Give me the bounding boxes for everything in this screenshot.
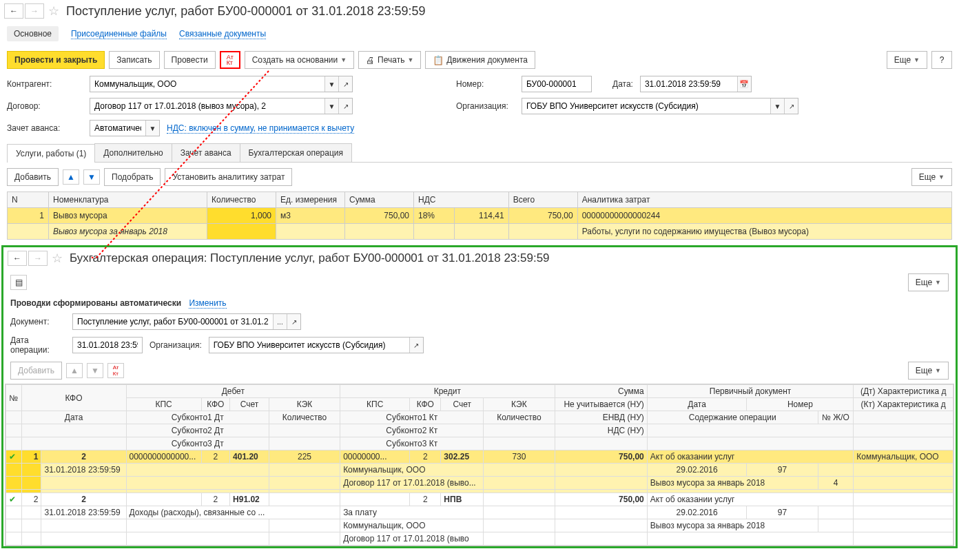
col-debit: Дебет	[126, 385, 340, 398]
posting-row[interactable]: 31.01.2018 23:59:59 Доходы (расходы), св…	[6, 506, 953, 519]
dateop-input[interactable]	[73, 338, 142, 353]
col-content: Содержание операции	[647, 411, 818, 424]
tab-attached-files[interactable]: Присоединенные файлы	[71, 29, 167, 39]
open-ref-icon[interactable]: ↗	[338, 76, 352, 92]
posting-row[interactable]: Договор 117 от 17.01.2018 (выво	[6, 532, 953, 546]
col-acc-k: Счет	[441, 398, 484, 411]
dropdown-icon[interactable]: ▼	[145, 121, 159, 136]
advance-input[interactable]	[90, 121, 145, 136]
set-analytics-button[interactable]: Установить аналитику затрат	[165, 168, 292, 186]
move-down-button-2: ▼	[87, 363, 103, 378]
advance-label: Зачет аванса:	[7, 123, 83, 133]
dropdown-icon[interactable]: ▼	[324, 98, 338, 114]
favorite-star-icon-2[interactable]: ☆	[49, 250, 65, 267]
open-ref-icon[interactable]: ↗	[784, 98, 798, 114]
dropdown-icon[interactable]: ▼	[770, 98, 784, 114]
posting-row[interactable]: 31.01.2018 23:59:59 Коммунальщик, ООО 29…	[6, 464, 953, 477]
counterparty-input[interactable]	[90, 76, 324, 92]
col-kek-d: КЭК	[269, 398, 340, 411]
col-total: Всего	[508, 192, 577, 208]
move-up-button[interactable]: ▲	[63, 169, 79, 185]
panel2-org-input[interactable]	[209, 338, 409, 353]
tab-services[interactable]: Услуги, работы (1)	[7, 144, 95, 163]
open-ref-icon[interactable]: ↗	[287, 314, 300, 329]
caret-down-icon: ▼	[935, 279, 941, 286]
postings-grid: № КФО Дебет Кредит Сумма Первичный докум…	[6, 384, 953, 546]
open-ref-icon[interactable]: ↗	[409, 338, 423, 353]
col-kfo-d: КФО	[201, 398, 229, 411]
tab-more-button[interactable]: Еще ▼	[911, 168, 952, 186]
col-unit: Ед. измерения	[276, 192, 345, 208]
movements-button[interactable]: Движения документа	[425, 51, 535, 69]
col-vat: НДС	[414, 192, 509, 208]
col-kek-k: КЭК	[484, 398, 555, 411]
col-sub1d: Субконто1 Дт	[126, 411, 269, 424]
change-link[interactable]: Изменить	[189, 298, 226, 309]
add-posting-button: Добавить	[10, 362, 62, 380]
col-envd: ЕНВД (НУ)	[555, 411, 647, 424]
dtkt-small-button[interactable]: АтКт	[107, 363, 124, 378]
printer-icon	[366, 55, 375, 65]
table-row[interactable]: Вывоз мусора за январь 2018 Работы, услу…	[8, 224, 952, 240]
vat-settings-link[interactable]: НДС: включен в сумму, не принимается к в…	[167, 123, 354, 134]
posting-row[interactable]: Договор 117 от 17.01.2018 (выво... Вывоз…	[6, 477, 953, 490]
posting-row[interactable]: Коммунальщик, ООО Вывоз мусора за январь…	[6, 519, 953, 532]
dtkt-button[interactable]: AтКт	[220, 51, 240, 69]
ellipsis-icon[interactable]: ...	[273, 314, 287, 329]
org-label: Организация:	[456, 101, 515, 111]
col-kps-d: КПС	[126, 398, 201, 411]
grid-more-button[interactable]: Еще ▼	[908, 362, 949, 380]
print-button[interactable]: Печать ▼	[358, 51, 421, 69]
check-icon: ✔	[6, 493, 22, 506]
col-sub3d: Субконто3 Дт	[126, 437, 269, 450]
post-button[interactable]: Провести	[164, 51, 216, 69]
tab-accounting[interactable]: Бухгалтерская операция	[240, 143, 352, 162]
table-row[interactable]: 1 Вывоз мусора 1,000 м3 750,00 18% 114,4…	[8, 208, 952, 224]
number-input[interactable]	[522, 76, 591, 92]
favorite-star-icon[interactable]: ☆	[45, 3, 62, 19]
date-input[interactable]	[641, 76, 737, 92]
dateop-label: Дата операции:	[10, 335, 65, 355]
more-button[interactable]: Еще ▼	[887, 51, 927, 69]
doc-input[interactable]	[73, 314, 273, 329]
col-n: N	[8, 192, 49, 208]
counterparty-label: Контрагент:	[7, 79, 83, 89]
caret-down-icon: ▼	[935, 367, 941, 374]
help-button[interactable]: ?	[931, 51, 952, 69]
posting-row[interactable]: ✔ 1 2 0000000000000... 2 401.20 225 0000…	[6, 450, 953, 464]
write-button[interactable]: Записать	[109, 51, 159, 69]
tab-main[interactable]: Основное	[7, 26, 59, 41]
caret-down-icon: ▼	[938, 174, 945, 180]
calendar-icon[interactable]	[737, 76, 751, 92]
col-qty-k: Количество	[484, 411, 555, 424]
tab-advance[interactable]: Зачет аванса	[172, 143, 240, 162]
nav-forward-button-2[interactable]: →	[28, 251, 48, 266]
auto-postings-label: Проводки сформированы автоматически	[10, 298, 181, 308]
nav-back-button-2[interactable]: ←	[8, 251, 27, 266]
org-input[interactable]	[522, 98, 770, 114]
post-and-close-button[interactable]: Провести и закрыть	[7, 51, 105, 69]
posting-row[interactable]: ✔ 2 2 2 Н91.02 2 НПВ 750,00 Акт об оказа…	[6, 493, 953, 506]
create-based-button[interactable]: Создать на основании ▼	[245, 51, 354, 69]
col-sub1k: Субконто1 Кт	[340, 411, 484, 424]
col-kps-k: КПС	[340, 398, 410, 411]
report-icon-button[interactable]: ▤	[10, 275, 27, 290]
dropdown-icon[interactable]: ▼	[324, 76, 338, 92]
tab-additional[interactable]: Дополнительно	[94, 143, 172, 162]
nav-forward-button[interactable]: →	[25, 3, 44, 19]
contract-input[interactable]	[90, 98, 324, 114]
tab-related-docs[interactable]: Связанные документы	[179, 29, 266, 39]
pick-button[interactable]: Подобрать	[104, 168, 161, 186]
col-no: №	[6, 385, 22, 411]
col-sum: Сумма	[555, 385, 647, 398]
open-ref-icon[interactable]: ↗	[338, 98, 352, 114]
move-down-button[interactable]: ▼	[83, 169, 100, 185]
date-label: Дата:	[612, 79, 633, 89]
panel2-title: Бухгалтерская операция: Поступление услу…	[70, 251, 550, 265]
panel2-more-button[interactable]: Еще ▼	[908, 273, 949, 291]
col-kfo: КФО	[21, 385, 126, 411]
document-icon	[433, 55, 444, 65]
col-nomenclature: Номенклатура	[49, 192, 207, 208]
nav-back-button[interactable]: ←	[4, 3, 23, 19]
add-row-button[interactable]: Добавить	[7, 168, 59, 186]
